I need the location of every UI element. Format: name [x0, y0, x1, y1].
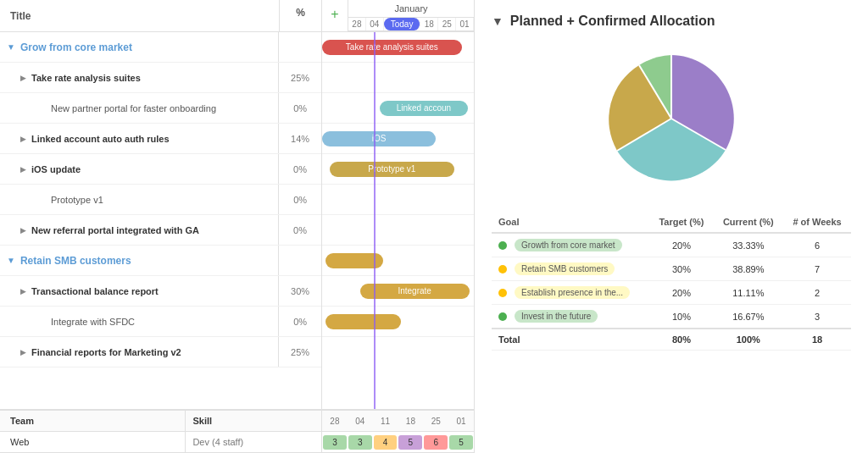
- footer-skill-value: Dev (4 staff): [186, 432, 321, 452]
- task-name-6[interactable]: Transactional balance report: [31, 286, 159, 296]
- gantt-header: January 28 04 Today 18 25 01: [348, 0, 474, 31]
- group-row-retain: ▼ Retain SMB customers: [0, 246, 321, 276]
- task-name-1[interactable]: New partner portal for faster onboarding: [51, 103, 216, 113]
- task-row-4: Prototype v1 0%: [0, 185, 321, 215]
- task-arrow-0: ▶: [20, 74, 26, 82]
- gantt-row-6: [322, 246, 474, 276]
- footer-num-2: 4: [374, 435, 398, 450]
- gantt-days-row: 28 04 Today 18 25 01: [348, 18, 474, 31]
- task-name-0[interactable]: Take rate analysis suites: [31, 73, 141, 83]
- total-row: Total 80% 100% 18: [492, 329, 851, 351]
- task-row-7: Integrate with SFDC 0%: [0, 307, 321, 337]
- goal-tag-3: Invest in the future: [515, 310, 598, 323]
- task-pct-1: 0%: [279, 93, 321, 123]
- col-weeks-header: # of Weeks: [783, 212, 851, 233]
- gantt-row-0: Take rate analysis suites: [322, 32, 474, 63]
- task-pct-8: 25%: [279, 337, 321, 367]
- allocation-table: Goal Target (%) Current (%) # of Weeks G…: [492, 212, 851, 351]
- gantt-day-01: 01: [456, 18, 474, 30]
- footer-num-3: 5: [398, 435, 422, 450]
- dot-1: [498, 265, 507, 273]
- weeks-2: 2: [783, 281, 851, 305]
- total-target: 80%: [649, 329, 713, 351]
- current-3: 16.67%: [714, 305, 784, 329]
- pie-chart-container: [492, 42, 851, 195]
- task-row-8: ▶ Financial reports for Marketing v2 25%: [0, 337, 321, 367]
- gantt-row-4: Prototype v1: [322, 154, 474, 185]
- current-2: 11.11%: [714, 281, 784, 305]
- task-name-3[interactable]: iOS update: [31, 164, 81, 174]
- task-pct-2: 14%: [279, 124, 321, 153]
- pie-chart: [587, 42, 756, 195]
- target-3: 10%: [649, 305, 713, 329]
- task-arrow-8: ▶: [20, 348, 26, 356]
- gantt-today: Today: [384, 18, 421, 30]
- gantt-row-3: iOS: [322, 124, 474, 154]
- table-row-1: Retain SMB customers 30% 38.89% 7: [492, 257, 851, 281]
- table-row-0: Growth from core market 20% 33.33% 6: [492, 233, 851, 257]
- task-row-3: ▶ iOS update 0%: [0, 154, 321, 185]
- task-name-2[interactable]: Linked account auto auth rules: [31, 134, 170, 144]
- col-goal-header: Goal: [492, 212, 649, 233]
- task-name-5[interactable]: New referral portal integrated with GA: [31, 225, 199, 235]
- percent-column-header: %: [280, 0, 322, 31]
- group-arrow-grow[interactable]: ▼: [7, 42, 15, 52]
- collapse-icon[interactable]: ▼: [492, 14, 504, 28]
- task-name-7[interactable]: Integrate with SFDC: [51, 317, 135, 327]
- task-row-2: ▶ Linked account auto auth rules 14%: [0, 124, 321, 154]
- target-2: 20%: [649, 281, 713, 305]
- task-pct-3: 0%: [279, 154, 321, 184]
- task-arrow-2: ▶: [20, 135, 26, 143]
- weeks-1: 7: [783, 257, 851, 281]
- chart-title: Planned + Confirmed Allocation: [510, 14, 715, 29]
- col-target-header: Target (%): [649, 212, 713, 233]
- weeks-3: 3: [783, 305, 851, 329]
- gantt-day-04: 04: [366, 18, 384, 30]
- bar-prototype: Prototype v1: [330, 162, 454, 177]
- table-row-3: Invest in the future 10% 16.67% 3: [492, 305, 851, 329]
- group-row-grow: ▼ Grow from core market: [0, 32, 321, 63]
- gantt-row-8: [322, 307, 474, 337]
- task-row-5: ▶ New referral portal integrated with GA…: [0, 215, 321, 246]
- title-column-header: Title: [0, 0, 280, 31]
- bar-take-rate: Take rate analysis suites: [322, 40, 462, 55]
- bar-integrate: Integrate: [360, 284, 470, 299]
- bar-financial: [326, 314, 402, 329]
- right-panel: ▼ Planned + Confirmed Allocation Goal Ta: [475, 0, 868, 453]
- gantt-row-group2: [322, 215, 474, 246]
- task-name-8[interactable]: Financial reports for Marketing v2: [31, 347, 181, 357]
- chart-header: ▼ Planned + Confirmed Allocation: [492, 14, 851, 29]
- footer-num-5: 5: [449, 435, 473, 450]
- footer-num-1: 3: [348, 435, 372, 450]
- footer-section: Team Skill 28 04 11 18 25 01 Web Dev (4 …: [0, 409, 474, 453]
- footer-num-0: 3: [323, 435, 347, 450]
- dot-0: [498, 241, 507, 250]
- total-current: 100%: [714, 329, 784, 351]
- task-name-4[interactable]: Prototype v1: [51, 195, 103, 205]
- task-arrow-5: ▶: [20, 226, 26, 235]
- group-arrow-retain[interactable]: ▼: [7, 256, 15, 265]
- col-current-header: Current (%): [714, 212, 784, 233]
- current-1: 38.89%: [714, 257, 784, 281]
- footer-team-header: Team: [0, 411, 186, 431]
- add-column-button[interactable]: +: [322, 0, 348, 31]
- task-arrow-3: ▶: [20, 165, 26, 174]
- bar-linked: Linked accoun: [380, 101, 468, 116]
- task-arrow-6: ▶: [20, 287, 26, 296]
- table-row-2: Establish presence in the... 20% 11.11% …: [492, 281, 851, 305]
- goal-tag-2: Establish presence in the...: [515, 286, 630, 299]
- footer-skill-header: Skill: [186, 411, 321, 431]
- goal-tag-0: Growth from core market: [515, 239, 622, 251]
- target-0: 20%: [649, 233, 713, 257]
- task-row-0: ▶ Take rate analysis suites 25%: [0, 63, 321, 93]
- current-0: 33.33%: [714, 233, 784, 257]
- gantt-day-18: 18: [420, 18, 438, 30]
- total-weeks: 18: [783, 329, 851, 351]
- group-label-grow[interactable]: Grow from core market: [20, 41, 132, 53]
- dot-2: [498, 289, 507, 297]
- gantt-day-28: 28: [348, 18, 366, 30]
- dot-3: [498, 312, 507, 321]
- group-label-retain[interactable]: Retain SMB customers: [20, 255, 131, 267]
- bar-ios: iOS: [322, 131, 436, 146]
- weeks-0: 6: [783, 233, 851, 257]
